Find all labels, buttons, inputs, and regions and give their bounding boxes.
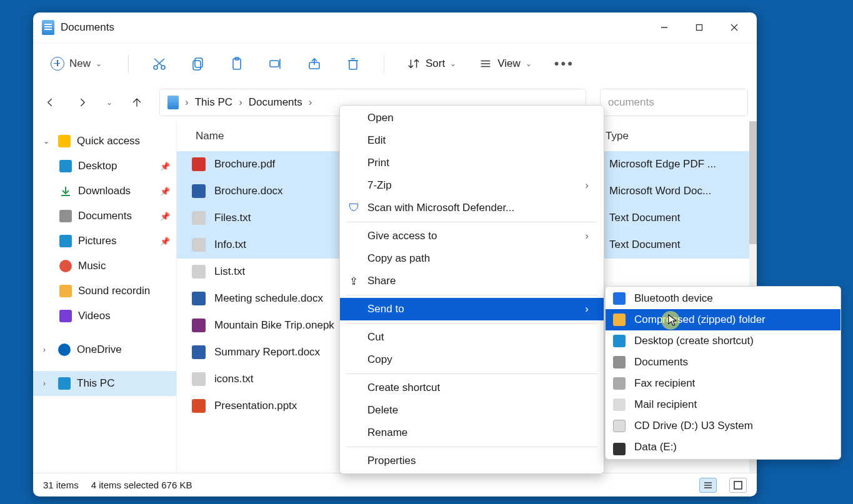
close-button[interactable] [717,15,752,40]
menu-copy[interactable]: Copy [340,348,604,371]
documents-icon [59,210,72,222]
sidebar-quick-access[interactable]: ⌄ Quick access [33,129,176,154]
forward-button[interactable] [73,94,91,111]
menu-7zip[interactable]: 7-Zip› [340,174,604,197]
file-icon [192,292,206,305]
sendto-zip[interactable]: Compressed (zipped) folder [606,309,841,330]
up-button[interactable] [128,94,146,111]
menu-open[interactable]: Open [340,107,604,129]
svg-rect-8 [195,58,202,67]
file-type: Text Document [609,212,734,224]
sendto-documents[interactable]: Documents [606,352,841,373]
sort-label: Sort [426,57,445,70]
details-view-button[interactable] [699,478,717,493]
menu-share[interactable]: ⇪Share [340,270,604,292]
sendto-desktop[interactable]: Desktop (create shortcut) [606,330,841,352]
menu-print[interactable]: Print [340,152,604,174]
sidebar-onedrive-label: OneDrive [77,343,122,356]
chevron-right-icon: › [585,230,589,242]
star-icon [58,135,71,147]
videos-icon [59,310,72,322]
pin-icon: 📌 [160,187,170,196]
share-icon: ⇪ [347,275,360,287]
breadcrumb-seg-thispc[interactable]: This PC [195,96,232,109]
status-bar: 31 items 4 items selected 676 KB [33,473,757,497]
sidebar-onedrive[interactable]: › OneDrive [33,337,176,362]
rename-icon[interactable] [267,56,284,72]
pictures-icon [59,235,72,247]
sidebar-item-downloads[interactable]: Downloads 📌 [33,179,176,204]
breadcrumb-seg-documents[interactable]: Documents [249,96,302,109]
breadcrumb-sep: › [309,96,312,109]
more-button[interactable]: ••• [554,56,574,72]
file-icon [192,399,206,413]
desktop-icon [59,160,72,172]
svg-rect-12 [270,61,279,67]
share-icon[interactable] [306,56,322,72]
maximize-button[interactable] [682,15,717,40]
sendto-cd[interactable]: CD Drive (D:) U3 System [606,415,841,437]
menu-delete[interactable]: Delete [340,399,604,422]
back-button[interactable] [42,94,59,111]
sidebar-thispc[interactable]: › This PC [33,371,176,396]
status-selection: 4 items selected 676 KB [91,480,192,490]
sidebar-item-soundrec[interactable]: Sound recordin [33,279,176,304]
status-count: 31 items [43,480,79,490]
svg-rect-1 [697,25,702,31]
sidebar-item-documents[interactable]: Documents 📌 [33,204,176,229]
sidebar-item-music[interactable]: Music [33,254,176,279]
menu-scan[interactable]: 🛡Scan with Microsoft Defender... [340,197,604,219]
sendto-mail[interactable]: Mail recipient [606,394,841,415]
menu-sendto[interactable]: Send to› [340,298,604,320]
paste-icon[interactable] [229,56,245,72]
sidebar-item-pictures[interactable]: Pictures 📌 [33,229,176,254]
sidebar-item-label: Music [78,260,106,272]
column-header-type[interactable]: Type [606,130,731,142]
svg-rect-16 [349,61,357,69]
sendto-fax[interactable]: Fax recipient [606,373,841,394]
sidebar-item-label: Desktop [78,160,117,172]
file-icon [192,345,206,359]
thumbnails-view-button[interactable] [729,478,747,493]
chevron-down-icon: ⌄ [43,137,52,146]
chevron-right-icon: › [43,379,52,388]
music-icon [59,260,72,272]
breadcrumb-sep: › [185,96,189,109]
file-type: Microsoft Edge PDF ... [609,158,734,170]
sendto-bluetooth[interactable]: Bluetooth device [606,288,841,309]
minimize-button[interactable] [647,15,682,40]
sidebar-item-desktop[interactable]: Desktop 📌 [33,154,176,179]
new-button[interactable]: New ⌄ [47,54,106,73]
bluetooth-icon [613,292,626,305]
svg-point-5 [161,66,165,69]
sidebar-item-videos[interactable]: Videos [33,304,176,329]
breadcrumb-sep: › [239,96,242,109]
pin-icon: 📌 [160,237,170,246]
file-icon [192,211,206,225]
menu-giveaccess[interactable]: Give access to› [340,225,604,247]
menu-rename[interactable]: Rename [340,422,604,444]
scrollbar-thumb[interactable] [749,121,757,244]
file-icon [192,184,206,198]
recent-dropdown[interactable]: ⌄ [104,94,114,111]
copy-icon[interactable] [190,56,206,72]
delete-icon[interactable] [345,56,361,72]
sort-button[interactable]: Sort ⌄ [407,57,456,71]
desktop-icon [613,335,626,347]
svg-point-4 [154,66,157,69]
menu-cut[interactable]: Cut [340,326,604,348]
sendto-data[interactable]: Data (E:) [606,437,841,458]
svg-rect-9 [193,61,201,70]
view-button[interactable]: View ⌄ [479,57,532,71]
chevron-right-icon: › [43,345,52,354]
chevron-down-icon: ⌄ [96,59,102,68]
file-icon [192,372,206,386]
chevron-right-icon: › [585,303,589,315]
cut-icon[interactable] [151,56,167,72]
search-input[interactable]: ocuments [600,89,748,116]
menu-shortcut[interactable]: Create shortcut [340,377,604,399]
breadcrumb-root-icon [167,96,179,109]
menu-properties[interactable]: Properties [340,450,604,472]
menu-edit[interactable]: Edit [340,129,604,152]
menu-copypath[interactable]: Copy as path [340,247,604,270]
